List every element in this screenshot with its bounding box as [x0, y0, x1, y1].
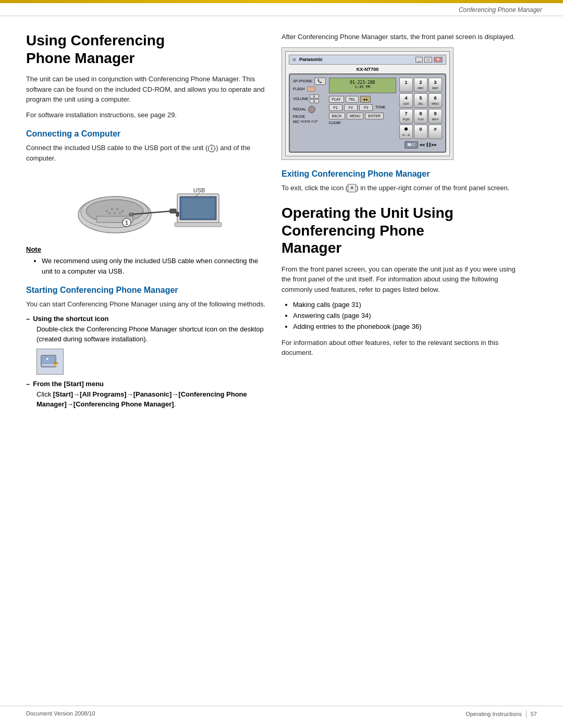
left-column: Using Conferencing Phone Manager The uni… — [26, 32, 266, 412]
main-heading-line1: Using Conferencing — [26, 32, 165, 48]
note-label: Note — [26, 245, 266, 253]
menu-btn[interactable]: MENU — [347, 113, 364, 119]
footer-divider — [526, 710, 527, 718]
clear-label: CLEAR — [329, 121, 396, 125]
svg-rect-18 — [176, 212, 179, 216]
svg-rect-13 — [170, 209, 176, 213]
footer-label: Operating Instructions — [466, 711, 522, 717]
page-number: 57 — [531, 711, 537, 717]
key-9[interactable]: 9WXY — [429, 109, 442, 124]
operating-heading: Operating the Unit Using Conferencing Ph… — [282, 204, 521, 257]
header-title: Conferencing Phone Manager — [459, 6, 542, 14]
key-7[interactable]: 7PQR — [399, 109, 413, 124]
f2-btn[interactable]: F2 — [344, 104, 358, 111]
intro-text: The unit can be used in conjunction with… — [26, 74, 266, 105]
exiting-text: To exit, click the icon (✕) in the upper… — [282, 183, 521, 193]
dash-label-start-menu: From the [Start] menu — [26, 380, 266, 388]
key-6[interactable]: 6MNO — [429, 93, 442, 108]
noise-cut-label: NOISE CUT — [301, 120, 318, 123]
starting-heading: Starting Conferencing Phone Manager — [26, 286, 266, 295]
flash-label: FLASH — [293, 87, 305, 91]
svg-text:USB: USB — [193, 187, 205, 193]
header-top: Conferencing Phone Manager — [0, 3, 563, 16]
redial-btn[interactable] — [308, 106, 315, 113]
connection-svg: 1 USB — [68, 170, 224, 238]
svg-point-9 — [119, 212, 121, 214]
enter-btn[interactable]: ENTER — [365, 113, 384, 119]
rec-btn[interactable]: ●● — [360, 96, 371, 103]
connecting-text: Connect the included USB cable to the US… — [26, 143, 266, 163]
vol-down-btn[interactable]: ∨ — [310, 99, 319, 103]
bullet-item-2: Adding entries to the phonebook (page 36… — [293, 322, 521, 332]
note-block: Note We recommend using only the include… — [26, 245, 266, 276]
volume-label: VOLUME — [293, 97, 309, 101]
f1-btn[interactable]: F1 — [329, 104, 342, 111]
connection-diagram: 1 USB — [26, 170, 266, 238]
nav-right[interactable]: ▐▐ — [425, 141, 431, 149]
install-note: For software installation instructions, … — [26, 110, 266, 120]
footer-left: Document Version 2008/10 — [26, 710, 95, 718]
starting-text: You can start Conferencing Phone Manager… — [26, 299, 266, 310]
connecting-heading: Connecting a Computer — [26, 129, 266, 139]
note-list: We recommend using only the included USB… — [26, 256, 266, 276]
key-3[interactable]: 3DEF — [429, 78, 442, 92]
tel-btn[interactable]: TEL — [346, 96, 359, 103]
key-8[interactable]: 8TUV — [414, 109, 427, 124]
redial-label: REDIAL — [293, 107, 306, 111]
svg-text:↗: ↗ — [54, 363, 57, 367]
bullet-item-0: Making calls (page 31) — [293, 300, 521, 311]
svg-point-7 — [108, 212, 111, 214]
nav-left[interactable]: ◀◀ — [419, 141, 424, 149]
back-btn[interactable]: BACK — [329, 113, 345, 119]
dash-content-shortcut: Double-click the Conferencing Phone Mana… — [36, 324, 266, 344]
operating-intro: From the front panel screen, you can ope… — [282, 264, 521, 295]
f3-btn[interactable]: F3 — [359, 104, 373, 111]
flash-btn[interactable] — [307, 87, 315, 92]
phone-manager-mockup: ⊞ Panasonic _ □ ✕ KX-NT700 — [282, 47, 454, 160]
operating-bullet-list: Making calls (page 31) Answering calls (… — [282, 300, 521, 332]
svg-rect-16 — [181, 198, 215, 218]
tone-label: TONE — [374, 104, 386, 111]
bullet-item-1: Answering calls (page 34) — [293, 311, 521, 322]
kx-label: KX-NT700 — [289, 67, 446, 72]
key-1[interactable]: 1 — [399, 78, 413, 92]
shortcut-svg: ↗ — [40, 352, 60, 371]
play-btn[interactable]: PLAY — [329, 96, 344, 103]
svg-text:1: 1 — [125, 220, 128, 226]
svg-point-5 — [116, 208, 118, 210]
key-0[interactable]: 0 — [414, 125, 427, 139]
exiting-heading: Exiting Conferencing Phone Manager — [282, 169, 521, 179]
info-icon: i — [208, 145, 215, 152]
svg-point-6 — [121, 210, 124, 212]
page-content: Using Conferencing Phone Manager The uni… — [0, 16, 563, 443]
mic-label: MIC — [293, 120, 300, 124]
sp-phone-label: SP-PHONE — [293, 79, 312, 83]
handset-btn[interactable]: ☎/C — [405, 141, 418, 149]
close-x-icon[interactable]: ✕ — [434, 57, 443, 63]
x-close-icon: ✕ — [348, 184, 356, 192]
main-heading-line2: Phone Manager — [26, 50, 134, 66]
after-start-text: After Conferencing Phone Manager starts,… — [282, 32, 521, 42]
svg-rect-25 — [43, 357, 54, 363]
sp-phone-btn[interactable]: 📞 — [314, 78, 326, 85]
svg-rect-11 — [129, 213, 133, 216]
operating-outro: For information about other features, re… — [282, 338, 521, 358]
shortcut-icon-img: ↗ — [36, 349, 64, 375]
dash-label-shortcut: Using the shortcut icon — [26, 315, 266, 323]
pause-label: PAUSE — [293, 115, 305, 118]
dash-item-shortcut: Using the shortcut icon Double-click the… — [26, 315, 266, 344]
key-hash[interactable]: # — [429, 125, 442, 139]
footer-right: Operating Instructions 57 — [466, 710, 537, 718]
nav-forward[interactable]: ▶▶ — [432, 141, 437, 149]
page-footer: Document Version 2008/10 Operating Instr… — [0, 706, 563, 718]
key-star[interactable]: ✱A→A — [399, 125, 413, 139]
main-heading: Using Conferencing Phone Manager — [26, 32, 266, 67]
vol-up-btn[interactable]: ∧ — [310, 94, 319, 98]
dash-item-start-menu: From the [Start] menu Click [Start]→[All… — [26, 380, 266, 410]
key-4[interactable]: 4GHI — [399, 93, 413, 108]
key-2[interactable]: 2ABC — [414, 78, 427, 92]
note-item: We recommend using only the included USB… — [42, 256, 266, 276]
svg-point-8 — [114, 212, 116, 214]
dash-content-start-menu: Click [Start]→[All Programs]→[Panasonic]… — [36, 389, 266, 410]
key-5[interactable]: 5JKL — [414, 93, 427, 108]
